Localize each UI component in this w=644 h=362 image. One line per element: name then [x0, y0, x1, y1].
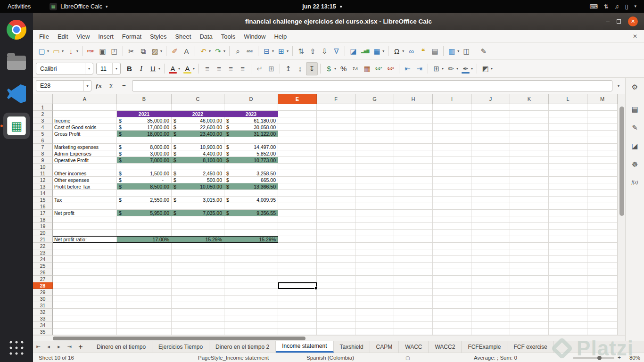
cell-c11[interactable]: $2,450.00 [172, 170, 224, 177]
redo-button[interactable]: ↷▾ [212, 45, 227, 58]
cell-k18[interactable] [510, 216, 549, 223]
cell-d35[interactable] [224, 329, 278, 335]
cell-d29[interactable] [224, 289, 278, 296]
cell-j12[interactable] [471, 177, 510, 183]
row-header-27[interactable]: 27 [33, 276, 53, 282]
spreadsheet-grid[interactable]: ABCDEFGHIJKLM122021202220233Income$35,00… [33, 94, 618, 335]
cell-a3[interactable]: Income [53, 117, 117, 124]
cell-b28[interactable] [117, 282, 172, 289]
cell-l31[interactable] [549, 302, 587, 309]
cell-f34[interactable] [317, 322, 355, 329]
cell-g16[interactable] [355, 203, 394, 210]
copy-button[interactable]: ⧉ [137, 45, 149, 58]
cell-a6[interactable] [53, 137, 117, 144]
row-header-25[interactable]: 25 [33, 263, 53, 269]
cell-a8[interactable]: Admin Expenses [53, 150, 117, 157]
cell-j33[interactable] [471, 315, 510, 322]
sort-button[interactable]: ⇅ [295, 45, 307, 58]
cell-h24[interactable] [394, 256, 433, 263]
zoom-in-button[interactable]: + [618, 354, 621, 361]
cell-i2[interactable] [433, 111, 471, 117]
cell-a35[interactable] [53, 329, 117, 335]
font-size-dropdown[interactable]: ▾ [112, 63, 120, 74]
cell-b6[interactable] [117, 137, 172, 144]
cell-f8[interactable] [317, 150, 355, 157]
cell-k6[interactable] [510, 137, 549, 144]
activities-button[interactable]: Activities [0, 0, 38, 13]
cell-l14[interactable] [549, 190, 587, 197]
cell-e35[interactable] [278, 329, 317, 335]
cell-d20[interactable] [224, 230, 278, 236]
cell-g5[interactable] [355, 131, 394, 137]
cell-e23[interactable] [278, 249, 317, 256]
first-sheet-button[interactable]: ⇤ [33, 341, 43, 353]
cell-c23[interactable] [172, 249, 224, 256]
cell-j8[interactable] [471, 150, 510, 157]
cell-c10[interactable] [172, 164, 224, 170]
cell-d17[interactable]: $9,356.55 [224, 210, 278, 216]
cell-h2[interactable] [394, 111, 433, 117]
wrap-text-button[interactable]: ↵ [254, 62, 265, 75]
cell-a19[interactable] [53, 223, 117, 230]
cell-a32[interactable] [53, 309, 117, 315]
cell-c32[interactable] [172, 309, 224, 315]
cell-b35[interactable] [117, 329, 172, 335]
font-name-combobox[interactable]: Calibri ▾ [36, 63, 93, 74]
cell-e16[interactable] [278, 203, 317, 210]
cell-e4[interactable] [278, 124, 317, 131]
cell-a4[interactable]: Cost of Good solds [53, 124, 117, 131]
cell-d2[interactable]: 2023 [224, 111, 278, 117]
cell-a24[interactable] [53, 256, 117, 263]
language-label[interactable]: Spanish (Colombia) [306, 353, 354, 362]
dropdown-arrow[interactable]: ▾ [193, 66, 195, 71]
find-and-replace-button[interactable]: ⌕ [232, 45, 244, 58]
cell-e19[interactable] [278, 223, 317, 230]
cell-g8[interactable] [355, 150, 394, 157]
menu-styles[interactable]: Styles [146, 30, 171, 42]
cell-j20[interactable] [471, 230, 510, 236]
cell-j27[interactable] [471, 276, 510, 282]
row-header-13[interactable]: 13 [33, 183, 53, 190]
cell-m7[interactable] [587, 144, 618, 150]
cell-h12[interactable] [394, 177, 433, 183]
menu-edit[interactable]: Edit [53, 30, 72, 42]
cell-b29[interactable] [117, 289, 172, 296]
cell-b5[interactable]: $18,000.00 [117, 131, 172, 137]
row-header-23[interactable]: 23 [33, 249, 53, 256]
row-header-2[interactable]: 2 [33, 111, 53, 117]
properties-button[interactable]: ▤ [628, 103, 642, 115]
column-header-h[interactable]: H [394, 94, 433, 104]
cell-k5[interactable] [510, 131, 549, 137]
cell-f5[interactable] [317, 131, 355, 137]
cell-e32[interactable] [278, 309, 317, 315]
align-bottom-button[interactable]: ↧ [306, 62, 318, 75]
cell-k35[interactable] [510, 329, 549, 335]
cell-f35[interactable] [317, 329, 355, 335]
add-sheet-button[interactable]: + [74, 341, 87, 353]
dropdown-arrow[interactable]: ▾ [62, 49, 64, 53]
spelling-button[interactable]: abc [244, 45, 256, 58]
cell-h14[interactable] [394, 190, 433, 197]
cell-j19[interactable] [471, 223, 510, 230]
cell-d9[interactable]: $10,773.00 [224, 157, 278, 164]
cell-i19[interactable] [433, 223, 471, 230]
cell-m34[interactable] [587, 322, 618, 329]
row-header-34[interactable]: 34 [33, 322, 53, 329]
cell-l26[interactable] [549, 269, 587, 276]
cell-i7[interactable] [433, 144, 471, 150]
cell-i17[interactable] [433, 210, 471, 216]
cell-a20[interactable] [53, 230, 117, 236]
row-header-17[interactable]: 17 [33, 210, 53, 216]
cell-b4[interactable]: $17,000.00 [117, 124, 172, 131]
formula-input[interactable] [132, 80, 612, 91]
cell-m23[interactable] [587, 249, 618, 256]
cell-a14[interactable] [53, 190, 117, 197]
cell-g29[interactable] [355, 289, 394, 296]
cell-a29[interactable] [53, 289, 117, 296]
cell-g23[interactable] [355, 249, 394, 256]
cell-k28[interactable] [510, 282, 549, 289]
cell-c28[interactable] [172, 282, 224, 289]
menu-window[interactable]: Window [239, 30, 270, 42]
cell-h26[interactable] [394, 269, 433, 276]
open-file-button[interactable]: ▭▾ [50, 45, 65, 58]
